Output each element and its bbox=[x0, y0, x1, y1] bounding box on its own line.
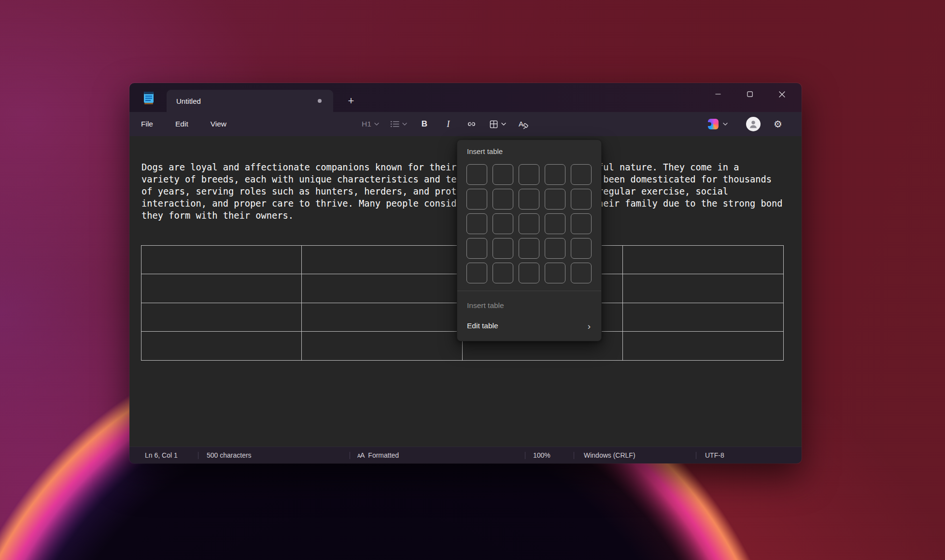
menu-item-edit[interactable]: Edit bbox=[169, 117, 194, 131]
table-icon bbox=[489, 120, 498, 129]
table-size-cell[interactable] bbox=[466, 189, 487, 210]
tab-title: Untitled bbox=[176, 97, 201, 105]
status-cursor-position: Ln 6, Col 1 bbox=[145, 447, 178, 463]
dropdown-header: Insert table bbox=[467, 147, 503, 155]
document-table-cell[interactable] bbox=[141, 246, 302, 274]
table-size-cell[interactable] bbox=[493, 213, 513, 234]
table-size-cell[interactable] bbox=[493, 263, 513, 283]
titlebar: Untitled + bbox=[129, 83, 802, 112]
table-size-grid bbox=[466, 164, 592, 283]
clear-formatting-button[interactable]: A bbox=[515, 116, 532, 132]
status-format-label: Formatted bbox=[368, 451, 399, 459]
document-table-cell[interactable] bbox=[623, 332, 783, 360]
status-divider bbox=[574, 452, 574, 459]
menu-item-insert-table[interactable]: Insert table bbox=[460, 296, 600, 315]
bold-icon: B bbox=[422, 119, 427, 129]
table-size-cell[interactable] bbox=[571, 238, 592, 259]
table-size-cell[interactable] bbox=[545, 189, 565, 210]
bold-button[interactable]: B bbox=[416, 116, 433, 132]
dropdown-separator bbox=[457, 291, 601, 291]
menubar: File Edit View bbox=[129, 117, 232, 131]
document-table-cell[interactable] bbox=[141, 274, 302, 303]
document-table-cell[interactable] bbox=[302, 303, 462, 332]
table-size-cell[interactable] bbox=[571, 189, 592, 210]
document-table-cell[interactable] bbox=[302, 274, 462, 303]
status-line-endings: Windows (CRLF) bbox=[584, 447, 635, 463]
table-size-cell[interactable] bbox=[466, 238, 487, 259]
table-size-cell[interactable] bbox=[571, 164, 592, 185]
window-controls bbox=[702, 83, 798, 105]
status-format-toggle[interactable]: AA Formatted bbox=[357, 447, 399, 463]
toolbar: File Edit View H1 B I bbox=[129, 112, 802, 136]
gear-icon: ⚙ bbox=[774, 118, 782, 130]
italic-button[interactable]: I bbox=[440, 116, 456, 132]
status-divider bbox=[525, 452, 525, 459]
status-zoom-level: 100% bbox=[533, 447, 550, 463]
minimize-icon bbox=[715, 91, 721, 97]
copilot-button[interactable] bbox=[706, 116, 730, 132]
link-icon bbox=[466, 119, 477, 129]
status-character-count: 500 characters bbox=[207, 447, 252, 463]
avatar-icon bbox=[748, 119, 759, 129]
document-table-cell[interactable] bbox=[623, 303, 783, 332]
chevron-down-icon bbox=[723, 123, 728, 126]
close-icon bbox=[779, 91, 785, 98]
table-size-cell[interactable] bbox=[571, 263, 592, 283]
formatting-aa-icon: AA bbox=[357, 452, 364, 459]
status-divider bbox=[696, 452, 696, 459]
close-button[interactable] bbox=[766, 83, 798, 105]
tab-untitled[interactable]: Untitled bbox=[167, 90, 333, 112]
table-size-cell[interactable] bbox=[466, 263, 487, 283]
table-size-cell[interactable] bbox=[545, 164, 565, 185]
table-size-cell[interactable] bbox=[571, 213, 592, 234]
heading-style-button[interactable]: H1 bbox=[360, 116, 381, 132]
menu-item-file[interactable]: File bbox=[135, 117, 159, 131]
table-size-cell[interactable] bbox=[519, 189, 539, 210]
table-size-cell[interactable] bbox=[493, 189, 513, 210]
insert-table-dropdown: Insert table Insert table Edit table › bbox=[457, 140, 602, 341]
account-button[interactable] bbox=[746, 117, 761, 131]
heading-label: H1 bbox=[362, 120, 371, 128]
table-size-cell[interactable] bbox=[545, 263, 565, 283]
table-size-cell[interactable] bbox=[493, 238, 513, 259]
table-size-cell[interactable] bbox=[519, 164, 539, 185]
chevron-down-icon bbox=[501, 123, 506, 126]
minimize-button[interactable] bbox=[702, 83, 734, 105]
table-size-cell[interactable] bbox=[493, 164, 513, 185]
document-table-cell[interactable] bbox=[623, 274, 783, 303]
svg-text:A: A bbox=[519, 119, 523, 127]
document-table-cell[interactable] bbox=[302, 332, 462, 360]
link-button[interactable] bbox=[464, 116, 480, 132]
notepad-app-icon bbox=[142, 91, 155, 105]
chevron-right-icon: › bbox=[588, 322, 592, 331]
copilot-icon bbox=[708, 119, 719, 129]
notepad-window: Untitled + File Edit View H1 bbox=[129, 83, 802, 463]
table-size-cell[interactable] bbox=[519, 238, 539, 259]
settings-button[interactable]: ⚙ bbox=[770, 116, 786, 132]
statusbar: Ln 6, Col 1 500 characters AA Formatted … bbox=[129, 447, 802, 463]
list-style-button[interactable] bbox=[388, 116, 409, 132]
document-table-cell[interactable] bbox=[623, 246, 783, 274]
maximize-button[interactable] bbox=[734, 83, 766, 105]
menu-item-view[interactable]: View bbox=[205, 117, 232, 131]
table-size-cell[interactable] bbox=[545, 238, 565, 259]
insert-table-button[interactable] bbox=[487, 116, 508, 132]
table-size-cell[interactable] bbox=[545, 213, 565, 234]
bullet-list-icon bbox=[390, 120, 399, 128]
table-size-cell[interactable] bbox=[466, 213, 487, 234]
table-size-cell[interactable] bbox=[466, 164, 487, 185]
new-tab-button[interactable]: + bbox=[342, 92, 360, 110]
document-table-cell[interactable] bbox=[302, 246, 462, 274]
table-size-cell[interactable] bbox=[519, 263, 539, 283]
status-divider bbox=[350, 452, 350, 459]
status-encoding: UTF-8 bbox=[705, 447, 724, 463]
table-size-cell[interactable] bbox=[519, 213, 539, 234]
unsaved-indicator-icon bbox=[318, 99, 322, 103]
toolbar-right-group: ⚙ bbox=[705, 112, 802, 136]
italic-icon: I bbox=[447, 119, 450, 129]
formatting-toolbar: H1 B I bbox=[360, 112, 532, 136]
document-table-cell[interactable] bbox=[141, 303, 302, 332]
document-table-cell[interactable] bbox=[141, 332, 302, 360]
plus-icon: + bbox=[348, 95, 354, 107]
menu-item-edit-table[interactable]: Edit table › bbox=[460, 317, 600, 335]
